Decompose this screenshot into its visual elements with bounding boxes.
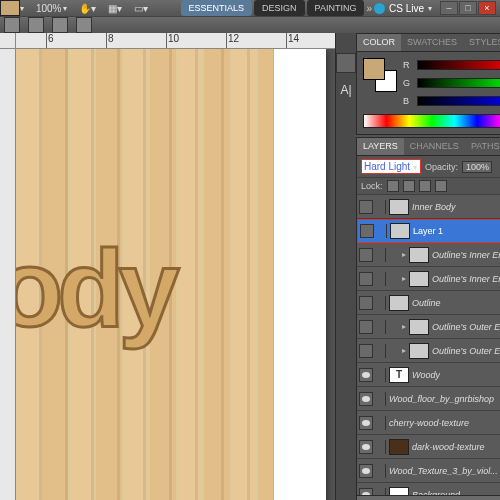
visibility-toggle[interactable]: [359, 488, 373, 496]
lock-transparency-icon[interactable]: [387, 180, 399, 192]
collapsed-character-icon[interactable]: A|: [340, 83, 351, 97]
visibility-toggle[interactable]: [359, 440, 373, 454]
tab-layers[interactable]: LAYERS: [357, 138, 404, 155]
layer-name[interactable]: Outline: [412, 298, 441, 308]
lock-position-icon[interactable]: [419, 180, 431, 192]
visibility-toggle[interactable]: [359, 272, 373, 286]
maximize-icon[interactable]: □: [459, 1, 477, 15]
layer-thumbnail[interactable]: [389, 439, 409, 455]
layer-name[interactable]: Layer 1: [413, 226, 443, 236]
layer-name[interactable]: Wood_Texture_3_by_viol...: [389, 466, 498, 476]
visibility-toggle[interactable]: [359, 464, 373, 478]
opacity-label: Opacity:: [425, 162, 458, 172]
ruler-vertical[interactable]: [0, 49, 16, 500]
blend-mode-select[interactable]: Hard Light ▾: [361, 159, 421, 174]
visibility-toggle[interactable]: [359, 392, 373, 406]
layer-name[interactable]: cherry-wood-texture: [389, 418, 469, 428]
layer-name[interactable]: Background: [412, 490, 460, 496]
screen-icon[interactable]: ▭▾: [134, 3, 148, 14]
layer-name[interactable]: Woody: [412, 370, 440, 380]
tab-color[interactable]: COLOR: [357, 34, 401, 51]
canvas-area[interactable]: 6 8 10 12 14 ody: [0, 33, 335, 500]
ruler-horizontal[interactable]: 6 8 10 12 14: [16, 33, 335, 49]
layer-row[interactable]: TWoody: [357, 363, 500, 387]
layer-row[interactable]: Background🔒: [357, 483, 500, 495]
workspace-painting[interactable]: PAINTING: [307, 0, 365, 16]
r-slider[interactable]: [417, 60, 500, 70]
visibility-toggle[interactable]: [359, 368, 373, 382]
view-icon[interactable]: ▦▾: [108, 3, 122, 14]
more-options-icon[interactable]: [76, 17, 92, 33]
expand-arrow-icon[interactable]: ▸: [402, 250, 406, 259]
layer-name[interactable]: Inner Body: [412, 202, 456, 212]
layer-thumbnail[interactable]: [409, 247, 429, 263]
distribute-icon[interactable]: [28, 17, 44, 33]
tab-styles[interactable]: STYLES: [463, 34, 500, 51]
fg-bg-swatch[interactable]: [363, 58, 397, 92]
g-slider[interactable]: [417, 78, 500, 88]
visibility-toggle[interactable]: [359, 248, 373, 262]
layer-row[interactable]: ▸Outline's Outer Emboss...fx▾: [357, 315, 500, 339]
visibility-toggle[interactable]: [360, 224, 374, 238]
collapsed-history-icon[interactable]: [336, 53, 356, 73]
document[interactable]: ody: [16, 49, 326, 500]
layer-row[interactable]: ▸Outline's Inner Embos...fx▾: [357, 243, 500, 267]
layer-thumbnail[interactable]: [409, 271, 429, 287]
layer-row[interactable]: cherry-wood-texture: [357, 411, 500, 435]
layer-thumbnail[interactable]: [409, 343, 429, 359]
b-slider[interactable]: [417, 96, 500, 106]
layer-row[interactable]: dark-wood-texture: [357, 435, 500, 459]
tab-paths[interactable]: PATHS: [465, 138, 500, 155]
layer-row[interactable]: Wood_Texture_3_by_viol...: [357, 459, 500, 483]
layer-thumbnail[interactable]: T: [389, 367, 409, 383]
expand-arrow-icon[interactable]: ▸: [402, 274, 406, 283]
layer-thumbnail[interactable]: [389, 295, 409, 311]
cslive-icon: [374, 3, 385, 14]
visibility-toggle[interactable]: [359, 416, 373, 430]
expand-arrow-icon[interactable]: ▸: [402, 322, 406, 331]
layer-row[interactable]: Layer 1: [357, 219, 500, 243]
visibility-toggle[interactable]: [359, 344, 373, 358]
visibility-toggle[interactable]: [359, 320, 373, 334]
r-label: R: [403, 60, 413, 70]
layer-name[interactable]: Outline's Inner Emboss H...: [432, 274, 500, 284]
workspace-design[interactable]: DESIGN: [254, 0, 305, 16]
lock-all-icon[interactable]: [435, 180, 447, 192]
layer-thumbnail[interactable]: [389, 199, 409, 215]
tab-channels[interactable]: CHANNELS: [404, 138, 465, 155]
layer-name[interactable]: Outline's Outer Emboss H...: [432, 346, 500, 356]
align-icon[interactable]: [4, 17, 20, 33]
layer-thumbnail[interactable]: [390, 223, 410, 239]
tab-swatches[interactable]: SWATCHES: [401, 34, 463, 51]
layer-row[interactable]: ▸Outline's Outer Emboss H...: [357, 339, 500, 363]
layer-name[interactable]: dark-wood-texture: [412, 442, 485, 452]
visibility-toggle[interactable]: [359, 200, 373, 214]
ruler-origin[interactable]: [0, 33, 16, 49]
layer-thumbnail[interactable]: [389, 487, 409, 496]
layer-name[interactable]: Outline's Outer Emboss...: [432, 322, 500, 332]
workspace-more[interactable]: »: [366, 3, 372, 14]
lock-label: Lock:: [361, 181, 383, 191]
visibility-toggle[interactable]: [359, 296, 373, 310]
opacity-input[interactable]: 100%: [462, 161, 492, 173]
layer-row[interactable]: ▸Outline's Inner Emboss H...: [357, 267, 500, 291]
layer-row[interactable]: Inner Bodyfx▾: [357, 195, 500, 219]
layer-row[interactable]: Outlinefx▾: [357, 291, 500, 315]
color-spectrum[interactable]: [363, 114, 500, 128]
layer-thumbnail[interactable]: [409, 319, 429, 335]
layer-name[interactable]: Outline's Inner Embos...: [432, 250, 500, 260]
lock-pixels-icon[interactable]: [403, 180, 415, 192]
arrange-icon[interactable]: [52, 17, 68, 33]
cslive-button[interactable]: CS Live▾: [374, 3, 432, 14]
close-icon[interactable]: ×: [478, 1, 496, 15]
workspace-essentials[interactable]: ESSENTIALS: [181, 0, 253, 16]
layer-list[interactable]: Inner Bodyfx▾Layer 1▸Outline's Inner Emb…: [357, 195, 500, 495]
expand-arrow-icon[interactable]: ▸: [402, 346, 406, 355]
zoom-level[interactable]: 100%▾: [36, 3, 68, 14]
canvas-text: ody: [16, 224, 174, 351]
fg-color[interactable]: [363, 58, 385, 80]
layer-row[interactable]: Wood_floor_by_gnrbishop: [357, 387, 500, 411]
hand-icon[interactable]: ✋▾: [79, 3, 96, 14]
minimize-icon[interactable]: –: [440, 1, 458, 15]
layer-name[interactable]: Wood_floor_by_gnrbishop: [389, 394, 494, 404]
